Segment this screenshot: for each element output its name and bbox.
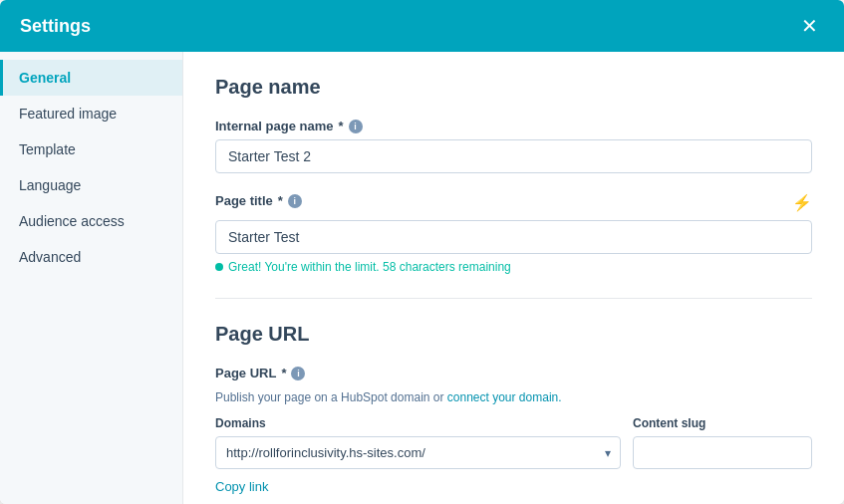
page-title-hint: Great! You're within the limit. 58 chara…: [215, 260, 812, 274]
page-url-section: Page URL Page URL * i Publish your page …: [215, 323, 812, 504]
connect-domain-link[interactable]: connect your domain.: [447, 390, 562, 404]
required-star: *: [338, 119, 343, 133]
url-fields-row: Domains http://rollforinclusivity.hs-sit…: [215, 416, 812, 469]
domain-col: Domains http://rollforinclusivity.hs-sit…: [215, 416, 621, 469]
sidebar-item-language[interactable]: Language: [0, 167, 182, 203]
page-title-label: Page title * i: [215, 193, 302, 208]
close-button[interactable]: ✕: [795, 14, 824, 38]
page-url-label: Page URL * i: [215, 366, 305, 380]
sidebar-item-audience-access[interactable]: Audience access: [0, 203, 182, 239]
page-title-lightning-icon[interactable]: ⚡: [792, 193, 812, 212]
sidebar-item-general[interactable]: General: [0, 60, 182, 96]
page-title-field: Page title * i ⚡ Great! You're within th…: [215, 193, 812, 274]
page-title-input[interactable]: [215, 220, 812, 254]
domain-select-wrapper: http://rollforinclusivity.hs-sites.com/ …: [215, 436, 621, 469]
slug-col: Content slug: [633, 416, 812, 469]
internal-page-name-info-icon[interactable]: i: [349, 120, 363, 133]
domains-label: Domains: [215, 416, 621, 430]
page-title-info-icon[interactable]: i: [288, 194, 302, 208]
modal-title: Settings: [20, 16, 91, 37]
content-slug-label: Content slug: [633, 416, 812, 430]
success-dot: [215, 263, 223, 271]
sidebar: General Featured image Template Language…: [0, 52, 183, 504]
page-name-section: Page name Internal page name * i Page ti…: [215, 76, 812, 274]
sidebar-item-advanced[interactable]: Advanced: [0, 239, 182, 275]
content-slug-input[interactable]: [633, 436, 812, 469]
internal-page-name-field: Internal page name * i: [215, 119, 812, 173]
internal-page-name-label: Internal page name * i: [215, 119, 812, 133]
page-url-section-title: Page URL: [215, 323, 812, 346]
page-url-hint: Publish your page on a HubSpot domain or…: [215, 390, 812, 404]
modal-header: Settings ✕: [0, 0, 844, 52]
sidebar-item-featured-image[interactable]: Featured image: [0, 96, 182, 131]
copy-link[interactable]: Copy link: [215, 479, 268, 494]
sidebar-item-template[interactable]: Template: [0, 131, 182, 167]
internal-page-name-input[interactable]: [215, 139, 812, 173]
page-url-info-icon[interactable]: i: [291, 367, 305, 380]
page-name-section-title: Page name: [215, 76, 812, 99]
domain-select[interactable]: http://rollforinclusivity.hs-sites.com/: [215, 436, 621, 469]
section-divider: [215, 298, 812, 299]
required-star-title: *: [278, 193, 283, 208]
required-star-url: *: [281, 366, 286, 380]
page-url-label-row: Page URL * i: [215, 366, 812, 386]
main-content: Page name Internal page name * i Page ti…: [183, 52, 844, 504]
